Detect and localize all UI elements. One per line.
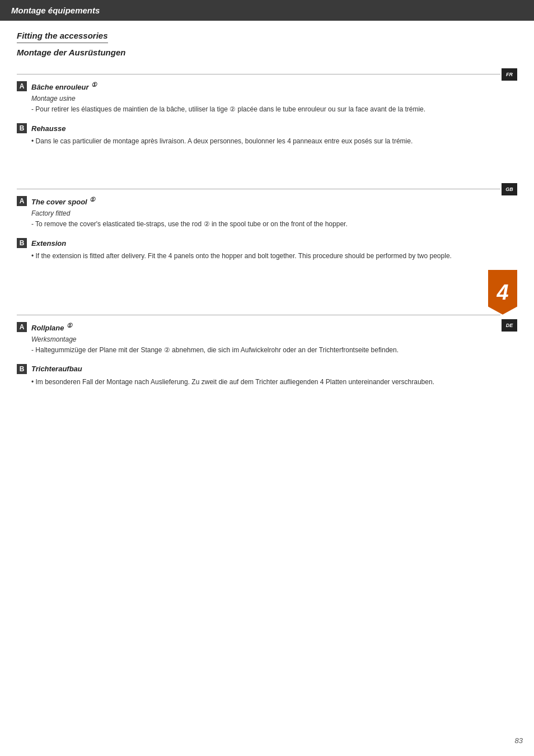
gb-item-a-letter: A (17, 196, 27, 206)
tab-number: 4 (496, 282, 508, 303)
gb-section: GB A The cover spool① Factory fitted - T… (17, 189, 500, 261)
main-title: Montage équipements (11, 6, 100, 15)
de-item-b-header: B Trichteraufbau (17, 364, 500, 374)
content-area: Fitting the accessories Montage der Ausr… (0, 21, 534, 407)
fr-item-b: B Rehausse • Dans le cas particulier de … (17, 123, 500, 146)
de-item-b-letter: B (17, 364, 27, 374)
gb-item-a-header: A The cover spool① (17, 196, 500, 206)
de-item-a-subtext: - Haltegummizüge der Plane mit der Stang… (31, 346, 500, 355)
gb-item-b-letter: B (17, 238, 27, 248)
gb-item-a-title: The cover spool① (31, 196, 95, 206)
page-container: Montage équipements Fitting the accessor… (0, 0, 534, 756)
de-section: 4 DE A Rollplane① Werksmontage - Haltegu… (17, 315, 500, 387)
fr-item-b-letter: B (17, 123, 27, 133)
gb-item-b-title: Extension (31, 239, 66, 248)
de-item-a-title: Rollplane① (31, 322, 72, 332)
subtitle-fitting: Fitting the accessories (17, 31, 108, 43)
de-item-b-title: Trichteraufbau (31, 365, 82, 373)
fr-item-a-header: A Bâche enrouleur① (17, 81, 500, 91)
fr-item-a-letter: A (17, 81, 27, 91)
fr-item-a: A Bâche enrouleur① Montage usine - Pour … (17, 81, 500, 114)
de-divider (17, 315, 500, 315)
fr-item-a-title: Bâche enrouleur① (31, 81, 97, 91)
gb-badge: GB (502, 183, 517, 195)
fr-badge: FR (502, 68, 517, 81)
fr-section: FR A Bâche enrouleur① Montage usine - Po… (17, 74, 500, 146)
fr-item-b-title: Rehausse (31, 124, 65, 133)
gb-item-a-subtext: - To remove the cover's elasticated tie-… (31, 220, 500, 229)
gb-item-b-header: B Extension (17, 238, 500, 248)
gb-divider (17, 189, 500, 189)
subtitle-montage: Montage der Ausrüstungen (17, 48, 517, 57)
de-item-a-letter: A (17, 322, 27, 332)
gb-item-b: B Extension • If the extension is fitted… (17, 238, 500, 261)
fr-item-a-sublabel: Montage usine (31, 95, 500, 102)
fr-item-b-bullet: • Dans le cas particulier de montage apr… (31, 137, 500, 146)
de-item-a: A Rollplane① Werksmontage - Haltegummizü… (17, 322, 500, 355)
gb-item-b-bullet: • If the extension is fitted after deliv… (31, 251, 500, 261)
de-item-a-header: A Rollplane① (17, 322, 500, 332)
de-item-a-sublabel: Werksmontage (31, 335, 500, 343)
fr-item-a-subtext: - Pour retirer les élastiques de maintie… (31, 105, 500, 114)
de-tab: 4 (488, 270, 517, 315)
page-number: 83 (515, 736, 523, 745)
gb-item-a-sublabel: Factory fitted (31, 209, 500, 217)
de-item-b-bullet: • Im besonderen Fall der Montage nach Au… (31, 377, 500, 387)
fr-divider (17, 74, 500, 74)
header-bar: Montage équipements (0, 0, 534, 21)
fr-item-b-header: B Rehausse (17, 123, 500, 133)
de-badge: DE (502, 319, 517, 332)
de-item-b: B Trichteraufbau • Im besonderen Fall de… (17, 364, 500, 387)
gb-item-a: A The cover spool① Factory fitted - To r… (17, 196, 500, 229)
